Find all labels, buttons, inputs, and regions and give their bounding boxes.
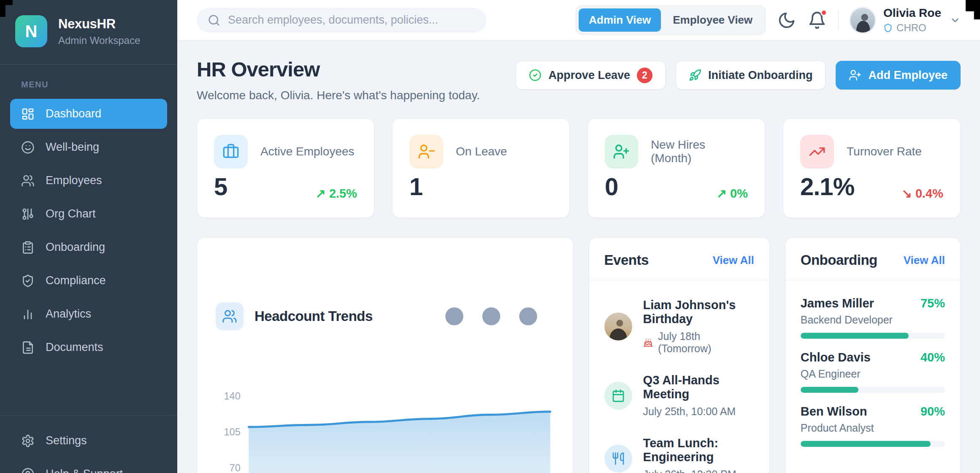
approve-leave-button[interactable]: Approve Leave 2 bbox=[516, 61, 666, 90]
sidebar-item-analytics[interactable]: Analytics bbox=[10, 299, 167, 329]
user-plus-icon bbox=[849, 69, 861, 82]
event-avatar-photo bbox=[604, 313, 632, 340]
action-label: Add Employee bbox=[868, 69, 948, 82]
headcount-area-chart: 03570105140JanFebMarAprMayJun bbox=[216, 386, 555, 473]
search-input[interactable] bbox=[228, 14, 475, 27]
moon-icon bbox=[777, 11, 796, 30]
sidebar: N NexusHR Admin Workspace MENU Dashboard… bbox=[0, 0, 177, 473]
stat-delta: ↗ 2.5% bbox=[316, 186, 357, 201]
onboarding-list-item: Chloe Davis 40% QA Engineer bbox=[801, 341, 945, 395]
event-title: Team Lunch: Engineering bbox=[643, 436, 754, 464]
user-name: Olivia Roe bbox=[883, 6, 941, 20]
sidebar-item-label: Help & Support bbox=[46, 468, 123, 473]
sidebar-item-employees[interactable]: Employees bbox=[10, 166, 167, 196]
notification-dot bbox=[820, 9, 827, 16]
bar-chart-icon bbox=[21, 307, 35, 321]
rocket-icon bbox=[689, 69, 701, 82]
help-circle-icon bbox=[21, 468, 35, 473]
sidebar-item-label: Documents bbox=[46, 341, 103, 354]
event-list-item: Team Lunch: Engineering July 26th, 12:30… bbox=[604, 427, 754, 473]
stat-value: 2.1% bbox=[800, 172, 854, 201]
progress-track bbox=[801, 333, 945, 339]
shield-check-icon bbox=[21, 274, 35, 288]
event-subtitle: July 26th, 12:30 PM bbox=[643, 468, 736, 473]
page-subtitle: Welcome back, Olivia. Here's what's happ… bbox=[197, 89, 480, 102]
role-shield-icon bbox=[883, 23, 893, 33]
progress-fill bbox=[801, 441, 931, 447]
sidebar-item-well-being[interactable]: Well-being bbox=[10, 132, 167, 162]
sidebar-item-label: Onboarding bbox=[46, 241, 105, 254]
person-role: Product Analyst bbox=[801, 422, 945, 434]
sidebar-item-onboarding[interactable]: Onboarding bbox=[10, 232, 167, 262]
sidebar-item-label: Well-being bbox=[46, 141, 99, 154]
dashboard-icon bbox=[21, 107, 35, 121]
employee-view-button[interactable]: Employee View bbox=[663, 8, 763, 32]
progress-fill bbox=[801, 387, 858, 393]
users-icon bbox=[222, 309, 237, 324]
initiate-onboarding-button[interactable]: Initiate Onboarding bbox=[676, 61, 826, 90]
add-employee-button[interactable]: Add Employee bbox=[836, 61, 961, 90]
delta-value: 0% bbox=[730, 187, 748, 200]
person-progress-value: 40% bbox=[920, 351, 945, 364]
topbar-divider bbox=[838, 10, 839, 30]
gear-icon bbox=[21, 434, 35, 448]
stat-delta: ↗ 0% bbox=[717, 186, 748, 201]
utensils-icon bbox=[612, 452, 625, 465]
stat-icon-badge bbox=[409, 135, 443, 169]
stat-cards: Active Employees 5 ↗ 2.5% On Leave 1 New… bbox=[197, 118, 961, 218]
onboarding-list-item: James Miller 75% Backend Developer bbox=[801, 287, 945, 341]
sidebar-item-settings[interactable]: Settings bbox=[10, 426, 167, 456]
sidebar-item-dashboard[interactable]: Dashboard bbox=[10, 99, 167, 129]
notifications-button[interactable] bbox=[808, 11, 826, 30]
sidebar-item-label: Analytics bbox=[46, 307, 91, 321]
svg-text:140: 140 bbox=[224, 391, 241, 402]
chart-title: Headcount Trends bbox=[254, 308, 373, 324]
org-icon bbox=[21, 207, 35, 221]
events-list: Liam Johnson's Birthday July 18th (Tomor… bbox=[589, 280, 769, 473]
sidebar-item-label: Dashboard bbox=[46, 107, 101, 120]
global-search bbox=[197, 8, 486, 33]
sidebar-item-help-support[interactable]: Help & Support bbox=[10, 459, 167, 473]
users-icon-badge bbox=[216, 302, 244, 330]
users-icon bbox=[21, 174, 35, 188]
person-progress-value: 75% bbox=[920, 296, 945, 310]
sidebar-item-compliance[interactable]: Compliance bbox=[10, 266, 167, 296]
sidebar-item-label: Org Chart bbox=[46, 207, 96, 220]
stat-card-new-hires-month: New Hires (Month) 0 ↗ 0% bbox=[587, 118, 765, 218]
app-workspace: Admin Workspace bbox=[58, 35, 140, 46]
onboarding-list: James Miller 75% Backend Developer Chloe… bbox=[785, 280, 960, 456]
sidebar-divider bbox=[0, 64, 177, 65]
stat-label: Active Employees bbox=[260, 145, 355, 158]
stat-label: New Hires (Month) bbox=[651, 138, 748, 165]
events-view-all-link[interactable]: View All bbox=[712, 254, 754, 267]
stat-label: Turnover Rate bbox=[847, 145, 922, 158]
count-badge: 2 bbox=[637, 68, 652, 83]
delta-arrow-icon: ↗ bbox=[717, 187, 727, 200]
smile-icon bbox=[21, 141, 35, 154]
headcount-trends-card: Headcount Trends 03570105140JanFebMarApr… bbox=[197, 237, 574, 473]
dark-mode-button[interactable] bbox=[777, 11, 796, 30]
sidebar-item-label: Employees bbox=[46, 174, 102, 187]
sidebar-menu: Dashboard Well-being Employees Org Chart… bbox=[0, 99, 177, 362]
event-list-item: Liam Johnson's Birthday July 18th (Tomor… bbox=[604, 289, 754, 364]
sidebar-header: N NexusHR Admin Workspace bbox=[0, 0, 177, 64]
sidebar-item-documents[interactable]: Documents bbox=[10, 332, 167, 362]
stat-label: On Leave bbox=[456, 145, 507, 158]
sidebar-item-org-chart[interactable]: Org Chart bbox=[10, 199, 167, 229]
user-menu[interactable]: Olivia Roe CHRO bbox=[850, 6, 961, 34]
ellipsis-icon bbox=[428, 253, 555, 380]
app-logo: N bbox=[15, 15, 47, 47]
stat-icon-badge bbox=[800, 135, 834, 169]
admin-view-button[interactable]: Admin View bbox=[579, 8, 661, 32]
chart-menu-button[interactable] bbox=[428, 253, 555, 380]
sidebar-footer: Settings Help & Support bbox=[0, 415, 177, 473]
delta-value: 0.4% bbox=[915, 187, 943, 200]
person-role: Backend Developer bbox=[801, 314, 945, 326]
sidebar-item-label: Settings bbox=[46, 434, 87, 447]
user-avatar bbox=[850, 8, 875, 33]
person-name: Ben Wilson bbox=[801, 405, 867, 419]
person-name: Chloe Davis bbox=[801, 351, 871, 364]
stat-value: 0 bbox=[605, 172, 618, 201]
onboarding-view-all-link[interactable]: View All bbox=[904, 254, 945, 267]
svg-text:70: 70 bbox=[230, 462, 241, 473]
